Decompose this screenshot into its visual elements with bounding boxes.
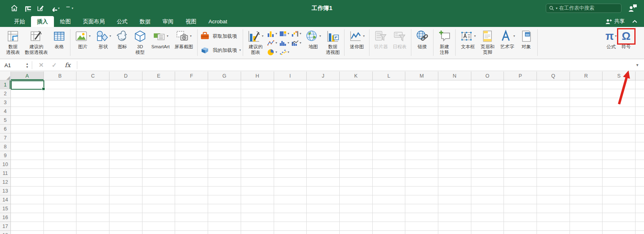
cell-K12[interactable] bbox=[340, 178, 373, 187]
cell-L11[interactable] bbox=[373, 169, 406, 178]
cell-Q12[interactable] bbox=[537, 178, 570, 187]
cell-R11[interactable] bbox=[570, 169, 603, 178]
cell-O9[interactable] bbox=[471, 151, 504, 160]
cell-J13[interactable] bbox=[307, 187, 340, 195]
cell-R6[interactable] bbox=[570, 125, 603, 133]
ribbon-button-sparklines[interactable]: ▾迷你图 bbox=[347, 28, 367, 50]
cell-B14[interactable] bbox=[44, 195, 77, 204]
cell-M13[interactable] bbox=[405, 187, 438, 195]
cell-I13[interactable] bbox=[274, 187, 307, 195]
cell-O10[interactable] bbox=[471, 160, 504, 169]
column-header-J[interactable]: J bbox=[307, 72, 340, 80]
cell-S7[interactable] bbox=[603, 133, 636, 142]
name-box[interactable]: A1 bbox=[0, 60, 26, 71]
cell-Q15[interactable] bbox=[537, 204, 570, 213]
cell-N7[interactable] bbox=[438, 133, 471, 142]
cell-J15[interactable] bbox=[307, 204, 340, 213]
cell-S3[interactable] bbox=[603, 98, 636, 107]
cell-A16[interactable] bbox=[11, 213, 44, 222]
cell-O5[interactable] bbox=[471, 116, 504, 125]
cell-F1[interactable] bbox=[175, 80, 208, 89]
cell-O6[interactable] bbox=[471, 125, 504, 133]
dropdown-caret-icon[interactable]: ▾ bbox=[474, 35, 476, 38]
cell-O8[interactable] bbox=[471, 142, 504, 151]
cell-E12[interactable] bbox=[142, 178, 175, 187]
cell-B2[interactable] bbox=[44, 89, 77, 98]
cell-C14[interactable] bbox=[76, 195, 109, 204]
cell-I16[interactable] bbox=[274, 213, 307, 222]
edit-mode-button[interactable] bbox=[37, 4, 44, 12]
ribbon-button-my-add-ins[interactable]: 我的加载项▾ bbox=[200, 45, 241, 55]
cell-I10[interactable] bbox=[274, 160, 307, 169]
cell-E5[interactable] bbox=[142, 116, 175, 125]
cell-N14[interactable] bbox=[438, 195, 471, 204]
cell-partial-12[interactable] bbox=[636, 178, 644, 187]
cell-L9[interactable] bbox=[373, 151, 406, 160]
customize-quick-access-button[interactable]: ▾ bbox=[65, 5, 73, 11]
cell-G11[interactable] bbox=[208, 169, 241, 178]
cell-I6[interactable] bbox=[274, 125, 307, 133]
cell-C6[interactable] bbox=[76, 125, 109, 133]
cell-R13[interactable] bbox=[570, 187, 603, 195]
cell-R14[interactable] bbox=[570, 195, 603, 204]
cell-G15[interactable] bbox=[208, 204, 241, 213]
cell-A14[interactable] bbox=[11, 195, 44, 204]
ribbon-button-insert-column-chart[interactable]: ▾ bbox=[267, 29, 277, 38]
row-header-8[interactable]: 8 bbox=[0, 142, 11, 151]
cell-D16[interactable] bbox=[109, 213, 142, 222]
cell-partial-1[interactable] bbox=[636, 80, 644, 89]
cell-F11[interactable] bbox=[175, 169, 208, 178]
ribbon-button-3d-models[interactable]: 3D模型 bbox=[131, 28, 149, 56]
cell-S2[interactable] bbox=[603, 89, 636, 98]
cell-Q11[interactable] bbox=[537, 169, 570, 178]
cell-I9[interactable] bbox=[274, 151, 307, 160]
cell-F17[interactable] bbox=[175, 222, 208, 231]
cell-N16[interactable] bbox=[438, 213, 471, 222]
cell-H11[interactable] bbox=[241, 169, 274, 178]
cell-I2[interactable] bbox=[274, 89, 307, 98]
cell-I4[interactable] bbox=[274, 107, 307, 116]
cell-G6[interactable] bbox=[208, 125, 241, 133]
cell-Q7[interactable] bbox=[537, 133, 570, 142]
cell-A8[interactable] bbox=[11, 142, 44, 151]
cell-F13[interactable] bbox=[175, 187, 208, 195]
cell-O15[interactable] bbox=[471, 204, 504, 213]
cell-partial-5[interactable] bbox=[636, 116, 644, 125]
cell-K4[interactable] bbox=[340, 107, 373, 116]
cell-A18[interactable] bbox=[11, 231, 44, 234]
cell-F10[interactable] bbox=[175, 160, 208, 169]
cell-partial-8[interactable] bbox=[636, 142, 644, 151]
cell-O4[interactable] bbox=[471, 107, 504, 116]
cell-Q16[interactable] bbox=[537, 213, 570, 222]
cell-N4[interactable] bbox=[438, 107, 471, 116]
cell-G4[interactable] bbox=[208, 107, 241, 116]
cell-partial-14[interactable] bbox=[636, 195, 644, 204]
cell-R8[interactable] bbox=[570, 142, 603, 151]
cell-L1[interactable] bbox=[373, 80, 406, 89]
comments-people-icon[interactable] bbox=[628, 4, 638, 12]
cell-K16[interactable] bbox=[340, 213, 373, 222]
cell-M7[interactable] bbox=[405, 133, 438, 142]
cell-P6[interactable] bbox=[504, 125, 537, 133]
cell-partial-4[interactable] bbox=[636, 107, 644, 116]
cell-K13[interactable] bbox=[340, 187, 373, 195]
cell-F5[interactable] bbox=[175, 116, 208, 125]
cell-D17[interactable] bbox=[109, 222, 142, 231]
cell-D2[interactable] bbox=[109, 89, 142, 98]
cell-partial-6[interactable] bbox=[636, 125, 644, 133]
cell-G17[interactable] bbox=[208, 222, 241, 231]
tab-formulas[interactable]: 公式 bbox=[111, 16, 134, 27]
cell-S9[interactable] bbox=[603, 151, 636, 160]
cell-J2[interactable] bbox=[307, 89, 340, 98]
cell-S11[interactable] bbox=[603, 169, 636, 178]
cell-O18[interactable] bbox=[471, 231, 504, 234]
cell-Q1[interactable] bbox=[537, 80, 570, 89]
ribbon-button-recommended-pivottables[interactable]: 建议的数据透视表 bbox=[23, 28, 51, 56]
cell-P2[interactable] bbox=[504, 89, 537, 98]
cell-N17[interactable] bbox=[438, 222, 471, 231]
cell-partial-3[interactable] bbox=[636, 98, 644, 107]
collapse-ribbon-icon[interactable] bbox=[632, 19, 638, 23]
cell-G9[interactable] bbox=[208, 151, 241, 160]
column-header-L[interactable]: L bbox=[373, 72, 406, 80]
cell-K15[interactable] bbox=[340, 204, 373, 213]
